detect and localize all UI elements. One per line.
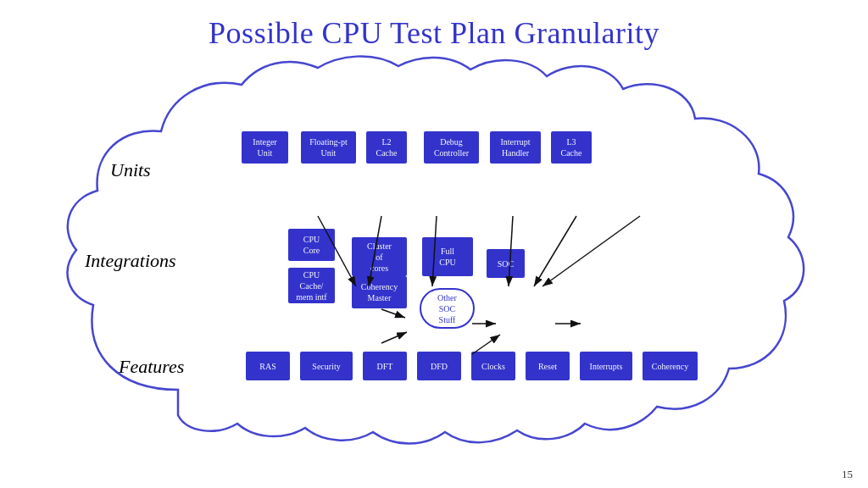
cluster-of-cores-box: Clusterofcores <box>352 237 407 276</box>
reset-box: Reset <box>526 352 570 380</box>
security-box: Security <box>300 352 353 380</box>
full-cpu-box: FullCPU <box>422 237 473 276</box>
dfd-box: DFD <box>417 352 461 380</box>
cpu-core-box: CPUCore <box>288 229 335 261</box>
page-number: 15 <box>842 468 853 481</box>
coherency-box: Coherency <box>643 352 698 380</box>
soc-box: SOC <box>487 249 525 278</box>
other-soc-stuff-box: OtherSOCStuff <box>420 288 475 329</box>
dft-box: DFT <box>363 352 407 380</box>
coherency-master-box: CoherencyMaster <box>352 276 407 308</box>
debug-controller-box: DebugController <box>424 131 479 164</box>
integer-unit-box: IntegerUnit <box>242 131 288 164</box>
features-label: Features <box>119 356 184 378</box>
integrations-label: Integrations <box>85 250 176 272</box>
slide-title: Possible CPU Test Plan Granularity <box>0 0 868 51</box>
l3-cache-box: L3Cache <box>551 131 592 164</box>
slide: Possible CPU Test Plan Granularity <box>0 0 868 488</box>
interrupt-handler-box: InterruptHandler <box>490 131 541 164</box>
floating-pt-unit-box: Floating-ptUnit <box>301 131 356 164</box>
l2-cache-box: L2Cache <box>366 131 407 164</box>
units-label: Units <box>110 159 151 181</box>
interrupts-box: Interrupts <box>580 352 632 380</box>
clocks-box: Clocks <box>471 352 515 380</box>
cpu-cache-box: CPUCache/mem intf <box>288 268 335 303</box>
ras-box: RAS <box>246 352 290 380</box>
